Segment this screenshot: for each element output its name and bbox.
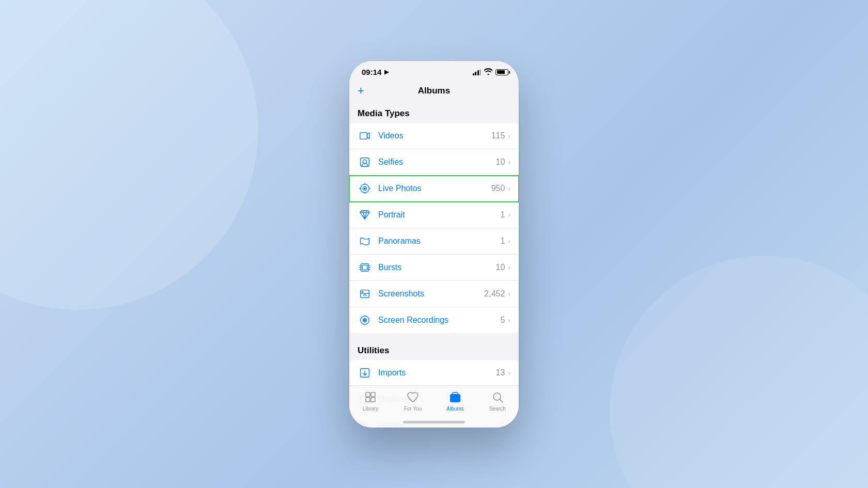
item-label: Live Photos: [378, 184, 491, 193]
albums-tab-icon: [448, 390, 462, 404]
utilities-header: Utilities: [349, 337, 519, 360]
list-item[interactable]: Portrait 1 ›: [349, 202, 519, 228]
chevron-icon: ›: [508, 263, 510, 272]
media-types-header: Media Types: [349, 100, 519, 123]
svg-rect-30: [366, 398, 370, 402]
item-count: 950: [491, 184, 505, 193]
svg-point-19: [362, 291, 363, 292]
page-title: Albums: [418, 86, 450, 96]
chevron-icon: ›: [508, 211, 510, 219]
item-count: 2,452: [484, 289, 505, 298]
tab-albums[interactable]: Albums: [440, 390, 471, 412]
video-icon: [358, 129, 372, 143]
tab-search[interactable]: Search: [482, 390, 513, 412]
signal-icon: [473, 69, 482, 75]
selfie-icon: [358, 155, 372, 169]
svg-line-34: [500, 399, 503, 402]
for-you-tab-icon: [406, 390, 420, 404]
item-count: 115: [491, 131, 505, 140]
battery-icon: [495, 69, 508, 75]
list-item[interactable]: Panoramas 1 ›: [349, 228, 519, 255]
chevron-icon: ›: [508, 184, 510, 193]
item-count: 10: [496, 263, 505, 272]
item-count: 13: [496, 368, 505, 377]
item-label: Bursts: [378, 263, 496, 272]
library-tab-label: Library: [363, 406, 379, 412]
list-item[interactable]: Imports 13 ›: [349, 360, 519, 386]
wifi-icon: [484, 68, 492, 76]
item-label: Videos: [378, 131, 491, 140]
svg-point-5: [364, 187, 366, 189]
search-tab-label: Search: [489, 406, 506, 412]
chevron-icon: ›: [508, 369, 510, 377]
svg-rect-18: [361, 290, 369, 297]
portrait-icon: [358, 208, 372, 222]
item-label: Screenshots: [378, 289, 484, 298]
panorama-icon: [358, 234, 372, 248]
screen-recording-icon: [358, 313, 372, 327]
home-indicator: [403, 421, 465, 423]
item-count: 5: [500, 316, 505, 325]
bursts-icon: [358, 260, 372, 275]
nav-header: + Albums: [349, 84, 519, 100]
chevron-icon: ›: [508, 316, 510, 324]
list-item[interactable]: Bursts 10 ›: [349, 255, 519, 281]
tab-for-you[interactable]: For You: [397, 390, 428, 412]
for-you-tab-label: For You: [404, 406, 422, 412]
tab-library[interactable]: Library: [355, 390, 386, 412]
svg-rect-32: [451, 395, 460, 402]
item-label: Portrait: [378, 210, 500, 219]
search-tab-icon: [490, 390, 505, 404]
chevron-icon: ›: [508, 237, 510, 245]
list-item[interactable]: Screen Recordings 5 ›: [349, 307, 519, 333]
status-icons: [473, 68, 509, 76]
phone-frame: 09:14 ▶: [349, 61, 519, 428]
status-time: 09:14 ▶: [362, 68, 389, 76]
list-item[interactable]: Screenshots 2,452 ›: [349, 281, 519, 307]
svg-rect-29: [371, 392, 375, 397]
library-tab-icon: [363, 390, 378, 404]
albums-tab-label: Albums: [446, 406, 463, 412]
svg-rect-31: [371, 398, 375, 402]
item-count: 1: [500, 237, 505, 246]
item-count: 10: [496, 158, 505, 167]
media-types-section: Media Types Videos 115 ›: [349, 100, 519, 333]
location-icon: ▶: [384, 69, 389, 75]
live-photos-icon: [358, 181, 372, 196]
item-label: Selfies: [378, 158, 496, 167]
live-photos-item[interactable]: Live Photos 950 ›: [349, 176, 519, 202]
item-label: Panoramas: [378, 237, 500, 246]
svg-rect-28: [366, 392, 370, 397]
svg-rect-11: [362, 265, 367, 270]
chevron-icon: ›: [508, 132, 510, 140]
scroll-content: Media Types Videos 115 ›: [349, 100, 519, 428]
item-label: Screen Recordings: [378, 316, 500, 325]
list-item[interactable]: Selfies 10 ›: [349, 149, 519, 176]
media-types-list: Videos 115 › Selfies: [349, 123, 519, 333]
svg-point-23: [364, 319, 366, 321]
item-count: 1: [500, 210, 505, 219]
imports-icon: [358, 366, 372, 380]
screenshot-icon: [358, 287, 372, 301]
list-item[interactable]: Videos 115 ›: [349, 123, 519, 149]
svg-rect-0: [360, 132, 367, 139]
chevron-icon: ›: [508, 158, 510, 166]
item-label: Imports: [378, 368, 496, 377]
status-bar: 09:14 ▶: [349, 61, 519, 84]
add-button[interactable]: +: [358, 85, 364, 97]
svg-point-33: [493, 393, 501, 400]
time-display: 09:14: [362, 68, 381, 76]
chevron-icon: ›: [508, 290, 510, 298]
